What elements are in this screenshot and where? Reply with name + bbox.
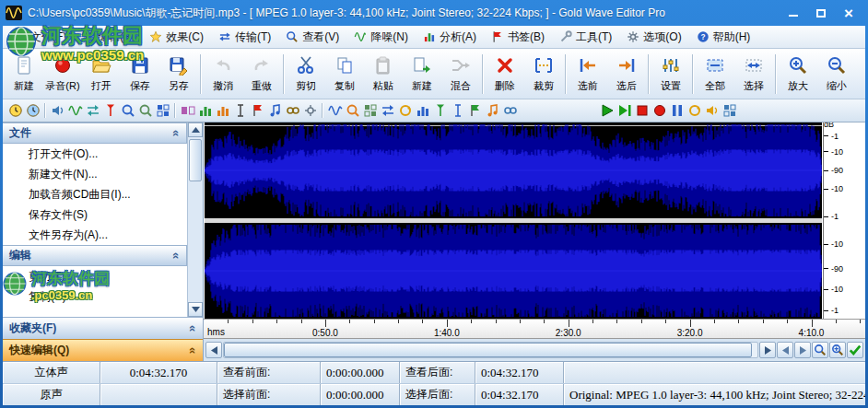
- transport-loop-playback-button[interactable]: [686, 101, 703, 120]
- selection-front-value: 0:00:00.000: [321, 384, 400, 405]
- menu-transfer[interactable]: 传输(T): [211, 28, 278, 47]
- panel-item-file-panel-2[interactable]: 加载音频CD曲目(I)...: [3, 184, 187, 204]
- maximize-button[interactable]: [807, 3, 835, 23]
- transport-record-transport-button[interactable]: [651, 101, 668, 120]
- menu-effects[interactable]: 效果(C): [142, 28, 211, 47]
- toolbar-record-button[interactable]: 录音(R): [43, 51, 82, 98]
- transport-pause-button[interactable]: [668, 101, 686, 120]
- transport-play-button[interactable]: [598, 101, 616, 120]
- tool-time-display-button[interactable]: [6, 101, 24, 120]
- zoom-in-small-button[interactable]: [829, 342, 846, 358]
- tool-range-select-button[interactable]: [449, 101, 466, 120]
- panel-header-file-panel[interactable]: 文件«: [3, 122, 187, 144]
- toolbar-cut-button[interactable]: 剪切: [287, 51, 325, 98]
- tool-waveform-view-button[interactable]: [66, 101, 84, 120]
- close-button[interactable]: ×: [835, 3, 862, 23]
- tool-insert-note-button[interactable]: [266, 101, 284, 120]
- panel-item-file-panel-1[interactable]: 新建文件(N)...: [3, 164, 187, 184]
- tool-swap-channels-button[interactable]: [84, 101, 101, 120]
- page-right-button[interactable]: [794, 342, 811, 358]
- transport-monitor-speaker-button[interactable]: [703, 101, 721, 120]
- menu-file[interactable]: 文件(F): [6, 28, 74, 47]
- scroll-left-button[interactable]: [205, 342, 222, 358]
- toolbar-save-as-button[interactable]: 另存: [159, 51, 198, 98]
- tool-note-add-button[interactable]: [484, 101, 501, 120]
- tool-move-selection-button[interactable]: [379, 101, 396, 120]
- toolbar-delete-button[interactable]: 删除: [486, 51, 524, 98]
- toolbar-undo-button[interactable]: 撤消: [204, 51, 242, 98]
- tool-spectrum-view-button[interactable]: [214, 101, 231, 120]
- transport-play-all-button[interactable]: [616, 101, 633, 120]
- menu-edit[interactable]: 编辑(E): [74, 28, 142, 47]
- menu-options[interactable]: 选项(O): [619, 28, 688, 47]
- toolbar-select-front-button[interactable]: 选前: [569, 51, 607, 98]
- tool-eq-preset-button[interactable]: [414, 101, 431, 120]
- toolbar-zoom-out-button[interactable]: 缩小: [817, 51, 856, 98]
- menu-view[interactable]: 查看(V): [278, 28, 346, 47]
- waveform-display[interactable]: [204, 122, 823, 319]
- tool-elapsed-time-button[interactable]: [24, 101, 41, 120]
- tool-ab-compare-button[interactable]: [179, 101, 196, 120]
- toolbar-select-button[interactable]: 选择: [734, 51, 773, 98]
- panel-header-edit-panel[interactable]: 编辑«: [3, 245, 187, 266]
- zoom-selection-button[interactable]: [812, 342, 828, 358]
- tool-wave-outline-button[interactable]: [326, 101, 344, 120]
- db-tick-label: -90: [824, 166, 865, 175]
- scrollbar-thumb[interactable]: [189, 139, 202, 181]
- toolbar-save-button[interactable]: 保存: [121, 51, 159, 98]
- page-left-button[interactable]: [777, 342, 793, 358]
- panel-item-edit-panel-1[interactable]: 复制(C): [3, 286, 187, 307]
- toolbar-paste-button[interactable]: 粘贴: [364, 51, 403, 98]
- menu-bookmarks[interactable]: 书签(B): [484, 28, 552, 47]
- task-pane-scrollbar[interactable]: [187, 122, 203, 317]
- menu-analysis[interactable]: 分析(A): [416, 28, 484, 47]
- tool-zoom-wave-button[interactable]: [119, 101, 136, 120]
- toolbar-trim-button[interactable]: 裁剪: [524, 51, 563, 98]
- toolbar-select-back-button[interactable]: 选后: [607, 51, 646, 98]
- hscrollbar-thumb[interactable]: [224, 343, 752, 357]
- toolbar-paste-new-button[interactable]: 新建: [403, 51, 441, 98]
- scroll-right-button[interactable]: [759, 342, 776, 358]
- toolbar-open-button[interactable]: 打开: [82, 51, 121, 98]
- pane-tab-favorites[interactable]: 收藏夹(F)«: [3, 317, 203, 339]
- tool-speaker-level-button[interactable]: [49, 101, 66, 120]
- panel-item-edit-panel-0[interactable]: 剪切(T): [3, 266, 187, 286]
- tool-add-marker-button[interactable]: [101, 101, 119, 120]
- tool-equalizer-button[interactable]: [196, 101, 214, 120]
- panel-item-file-panel-3[interactable]: 保存文件(S): [3, 204, 187, 225]
- scroll-up-button[interactable]: [188, 122, 203, 137]
- tool-loop-ab-button[interactable]: [396, 101, 414, 120]
- toolbar-mix-button[interactable]: 混合: [441, 51, 480, 98]
- scroll-down-button[interactable]: [188, 302, 203, 317]
- menu-denoise[interactable]: 降噪(N): [346, 28, 416, 47]
- tool-marker-green-button[interactable]: [431, 101, 449, 120]
- transport-device-grid-button[interactable]: [721, 101, 738, 120]
- menu-tools[interactable]: 工具(T): [552, 28, 619, 47]
- tool-bookmark-flag-button[interactable]: [249, 101, 266, 120]
- tool-grid-toggle-button[interactable]: [154, 101, 171, 120]
- toolbar-new-button[interactable]: 新建: [5, 51, 43, 98]
- panel-item-file-panel-0[interactable]: 打开文件(O)...: [3, 144, 187, 164]
- tool-end-flag-button[interactable]: [466, 101, 484, 120]
- minimize-button[interactable]: [780, 3, 807, 23]
- tool-link-channels-button[interactable]: [284, 101, 301, 120]
- hscrollbar-track[interactable]: [223, 342, 758, 358]
- toolbar-copy-button[interactable]: 复制: [325, 51, 364, 98]
- pane-tab-quick-edit[interactable]: 快速编辑(Q)«: [3, 339, 203, 361]
- tool-zoom-full-button[interactable]: [136, 101, 154, 120]
- toolbar-redo-button[interactable]: 重做: [242, 51, 281, 98]
- toolbar-settings-button[interactable]: 设置: [651, 51, 690, 98]
- panel-item-file-panel-4[interactable]: 文件另存为(A)...: [3, 225, 187, 245]
- transport-stop-button[interactable]: [633, 101, 651, 120]
- tool-time-link-button[interactable]: [501, 101, 519, 120]
- scrollbar-track[interactable]: [188, 137, 203, 302]
- tool-cursor-tool-button[interactable]: [231, 101, 249, 120]
- tool-snap-grid-button[interactable]: [361, 101, 379, 120]
- denoise-menu-icon: [354, 30, 367, 43]
- tool-zoom-vertical-button[interactable]: [344, 101, 361, 120]
- toolbar-zoom-in-button[interactable]: 放大: [779, 51, 817, 98]
- menu-help[interactable]: ?帮助(H): [689, 28, 758, 47]
- toolbar-select-all-button[interactable]: 全部: [696, 51, 734, 98]
- apply-view-button[interactable]: [847, 342, 863, 358]
- tool-audio-settings-button[interactable]: [301, 101, 319, 120]
